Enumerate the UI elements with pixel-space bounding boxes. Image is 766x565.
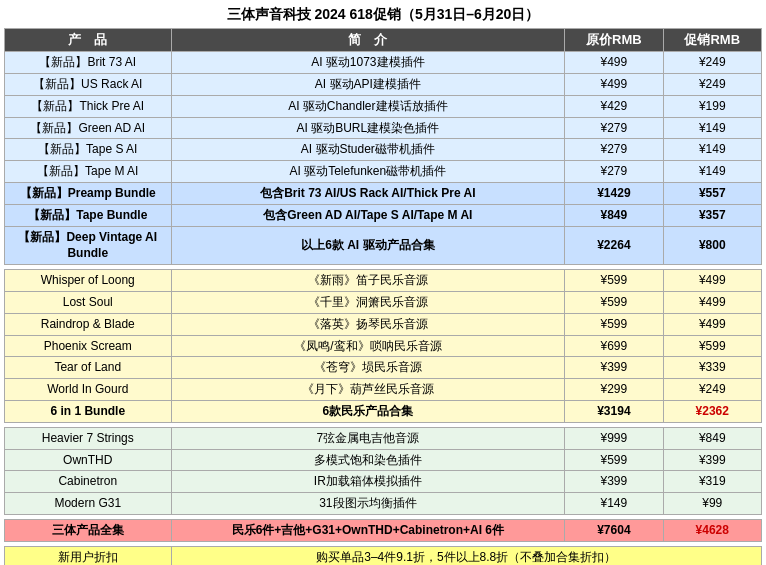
table-row: Tear of Land《苍穹》埙民乐音源¥399¥339	[5, 357, 762, 379]
cell-sale-price: ¥149	[663, 139, 761, 161]
cell-desc: 《凤鸣/鸾和》唢呐民乐音源	[171, 335, 565, 357]
cell-desc: AI 驱动Telefunken磁带机插件	[171, 161, 565, 183]
cell-desc: 以上6款 AI 驱动产品合集	[171, 226, 565, 265]
cell-orig-price: ¥3194	[565, 400, 663, 422]
product-table: 产 品 简 介 原价RMB 促销RMB 【新品】Brit 73 AIAI 驱动1…	[4, 28, 762, 565]
cell-product: Lost Soul	[5, 291, 172, 313]
cell-desc: AI 驱动Studer磁带机插件	[171, 139, 565, 161]
table-row: 【新品】Preamp Bundle包含Brit 73 AI/US Rack AI…	[5, 182, 762, 204]
cell-desc: 《月下》葫芦丝民乐音源	[171, 379, 565, 401]
cell-orig-price: ¥399	[565, 471, 663, 493]
table-row: World In Gourd《月下》葫芦丝民乐音源¥299¥249	[5, 379, 762, 401]
cell-product: Modern G31	[5, 493, 172, 515]
cell-desc: IR加载箱体模拟插件	[171, 471, 565, 493]
header-product: 产 品	[5, 29, 172, 52]
table-row: 【新品】Thick Pre AIAI 驱动Chandler建模话放插件¥429¥…	[5, 95, 762, 117]
cell-sale-price: ¥149	[663, 161, 761, 183]
cell-desc: 《千里》洞箫民乐音源	[171, 291, 565, 313]
cell-product: 【新品】Thick Pre AI	[5, 95, 172, 117]
table-row: Phoenix Scream《凤鸣/鸾和》唢呐民乐音源¥699¥599	[5, 335, 762, 357]
table-row: 6 in 1 Bundle6款民乐产品合集¥3194¥2362	[5, 400, 762, 422]
discount-row: 新用户折扣购买单品3–4件9.1折，5件以上8.8折（不叠加合集折扣）	[5, 546, 762, 565]
cell-sale-price: ¥4628	[663, 519, 761, 541]
cell-product: 【新品】Tape Bundle	[5, 204, 172, 226]
cell-desc: 《新雨》笛子民乐音源	[171, 270, 565, 292]
cell-desc: 7弦金属电吉他音源	[171, 427, 565, 449]
cell-desc: 包含Green AD AI/Tape S AI/Tape M AI	[171, 204, 565, 226]
page-title: 三体声音科技 2024 618促销（5月31日–6月20日）	[4, 6, 762, 24]
cell-sale-price: ¥849	[663, 427, 761, 449]
cell-orig-price: ¥429	[565, 95, 663, 117]
cell-sale-price: ¥339	[663, 357, 761, 379]
table-row: 【新品】Tape Bundle包含Green AD AI/Tape S AI/T…	[5, 204, 762, 226]
cell-orig-price: ¥499	[565, 73, 663, 95]
cell-orig-price: ¥279	[565, 117, 663, 139]
cell-sale-price: ¥599	[663, 335, 761, 357]
cell-sale-price: ¥800	[663, 226, 761, 265]
table-row: 【新品】Tape M AIAI 驱动Telefunken磁带机插件¥279¥14…	[5, 161, 762, 183]
cell-sale-price: ¥499	[663, 313, 761, 335]
table-row: Lost Soul《千里》洞箫民乐音源¥599¥499	[5, 291, 762, 313]
discount-desc: 购买单品3–4件9.1折，5件以上8.8折（不叠加合集折扣）	[171, 546, 761, 565]
cell-product: World In Gourd	[5, 379, 172, 401]
cell-orig-price: ¥7604	[565, 519, 663, 541]
cell-sale-price: ¥249	[663, 52, 761, 74]
header-sale: 促销RMB	[663, 29, 761, 52]
table-row: 【新品】Green AD AIAI 驱动BURL建模染色插件¥279¥149	[5, 117, 762, 139]
cell-sale-price: ¥149	[663, 117, 761, 139]
discount-label: 新用户折扣	[5, 546, 172, 565]
cell-orig-price: ¥279	[565, 161, 663, 183]
cell-orig-price: ¥149	[565, 493, 663, 515]
cell-product: 【新品】Green AD AI	[5, 117, 172, 139]
cell-desc: AI 驱动1073建模插件	[171, 52, 565, 74]
cell-product: 【新品】Preamp Bundle	[5, 182, 172, 204]
cell-desc: AI 驱动API建模插件	[171, 73, 565, 95]
cell-product: 【新品】US Rack AI	[5, 73, 172, 95]
table-row: Whisper of Loong《新雨》笛子民乐音源¥599¥499	[5, 270, 762, 292]
cell-orig-price: ¥699	[565, 335, 663, 357]
cell-product: OwnTHD	[5, 449, 172, 471]
cell-orig-price: ¥499	[565, 52, 663, 74]
cell-orig-price: ¥399	[565, 357, 663, 379]
table-row: OwnTHD多模式饱和染色插件¥599¥399	[5, 449, 762, 471]
cell-orig-price: ¥279	[565, 139, 663, 161]
cell-desc: 31段图示均衡插件	[171, 493, 565, 515]
cell-product: 【新品】Tape S AI	[5, 139, 172, 161]
cell-product: 三体产品全集	[5, 519, 172, 541]
cell-desc: 《苍穹》埙民乐音源	[171, 357, 565, 379]
cell-desc: 6款民乐产品合集	[171, 400, 565, 422]
cell-sale-price: ¥99	[663, 493, 761, 515]
cell-orig-price: ¥599	[565, 449, 663, 471]
cell-sale-price: ¥249	[663, 379, 761, 401]
cell-desc: 《落英》扬琴民乐音源	[171, 313, 565, 335]
cell-orig-price: ¥999	[565, 427, 663, 449]
table-row: CabinetronIR加载箱体模拟插件¥399¥319	[5, 471, 762, 493]
cell-orig-price: ¥599	[565, 270, 663, 292]
table-row: Modern G3131段图示均衡插件¥149¥99	[5, 493, 762, 515]
cell-desc: 多模式饱和染色插件	[171, 449, 565, 471]
cell-orig-price: ¥599	[565, 291, 663, 313]
cell-desc: AI 驱动Chandler建模话放插件	[171, 95, 565, 117]
cell-orig-price: ¥849	[565, 204, 663, 226]
cell-orig-price: ¥1429	[565, 182, 663, 204]
table-row: 【新品】Brit 73 AIAI 驱动1073建模插件¥499¥249	[5, 52, 762, 74]
cell-desc: 民乐6件+吉他+G31+OwnTHD+Cabinetron+AI 6件	[171, 519, 565, 541]
cell-orig-price: ¥2264	[565, 226, 663, 265]
header-orig: 原价RMB	[565, 29, 663, 52]
table-header: 产 品 简 介 原价RMB 促销RMB	[5, 29, 762, 52]
cell-product: Raindrop & Blade	[5, 313, 172, 335]
table-row: Heavier 7 Strings7弦金属电吉他音源¥999¥849	[5, 427, 762, 449]
cell-orig-price: ¥599	[565, 313, 663, 335]
cell-sale-price: ¥319	[663, 471, 761, 493]
cell-sale-price: ¥499	[663, 270, 761, 292]
cell-sale-price: ¥357	[663, 204, 761, 226]
cell-product: 6 in 1 Bundle	[5, 400, 172, 422]
cell-desc: 包含Brit 73 AI/US Rack AI/Thick Pre AI	[171, 182, 565, 204]
table-row: 三体产品全集民乐6件+吉他+G31+OwnTHD+Cabinetron+AI 6…	[5, 519, 762, 541]
cell-product: Tear of Land	[5, 357, 172, 379]
cell-product: 【新品】Deep Vintage AI Bundle	[5, 226, 172, 265]
cell-orig-price: ¥299	[565, 379, 663, 401]
table-row: Raindrop & Blade《落英》扬琴民乐音源¥599¥499	[5, 313, 762, 335]
cell-sale-price: ¥399	[663, 449, 761, 471]
cell-product: Cabinetron	[5, 471, 172, 493]
